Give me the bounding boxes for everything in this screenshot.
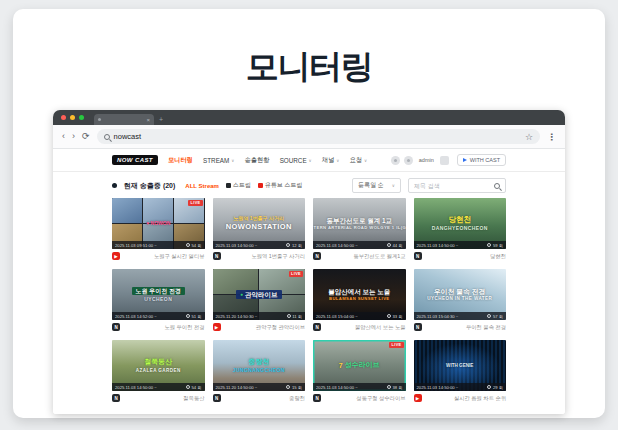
- video-title-caption[interactable]: 철쭉동산: [183, 395, 204, 402]
- nav-item-1[interactable]: 모니터링: [168, 156, 193, 165]
- video-thumbnail[interactable]: 노원 우이천 전경UYCHEON2025.11.03 14:52:00 ~51 …: [112, 269, 205, 320]
- sort-select[interactable]: 등록일 순 ∨: [352, 178, 401, 193]
- stream-badge-icon: [226, 183, 231, 188]
- browser-tab[interactable]: ×: [94, 114, 154, 125]
- notifications-icon[interactable]: [391, 156, 400, 165]
- tab-favicon: [98, 118, 101, 121]
- search-input[interactable]: [414, 183, 494, 189]
- view-count-value: 12 회: [292, 243, 302, 248]
- thumbnail-subtitle: BULAMSAN SUNSET LIVE: [329, 296, 390, 301]
- video-card: WITH GENIE2025.11.03 14:50:00 ~29 회▶실시간 …: [414, 340, 507, 402]
- browser-menu-icon[interactable]: ⋮: [547, 132, 556, 142]
- eye-icon: [186, 385, 190, 389]
- video-title-caption[interactable]: 노원구 실시간 멀티뷰: [154, 253, 205, 260]
- video-thumbnail[interactable]: 7성수라이브LIVE2025.11.03 14:50:00 ~38 회: [313, 340, 406, 391]
- page-title: 모니터링: [13, 45, 605, 90]
- back-button[interactable]: ‹: [62, 132, 65, 141]
- nowcast-badge-icon: N: [213, 394, 221, 402]
- maximize-window-button[interactable]: [79, 115, 84, 120]
- filter-youtube-stream[interactable]: 유튜브 스트림: [258, 181, 303, 190]
- thumbnail-title: 관악라이브: [245, 291, 278, 298]
- video-thumbnail[interactable]: 중랑천JUNGNANGCHEON2025.11.20 14:50:00 ~15 …: [213, 340, 306, 391]
- nowcast-badge-icon: N: [112, 394, 120, 402]
- video-thumbnail[interactable]: 불암산에서 보는 노을BULAMSAN SUNSET LIVE2025.11.0…: [313, 269, 406, 320]
- view-count-value: 11 회: [292, 314, 302, 319]
- nav-item-3[interactable]: 송출현황: [244, 156, 269, 165]
- filter-stream[interactable]: 스트림: [226, 181, 251, 190]
- video-thumbnail[interactable]: 당현천DANGHYEONCHEON2025.11.03 14:50:00 ~59…: [414, 198, 507, 249]
- thumbnail-title: 철쭉동산: [144, 358, 172, 366]
- chevron-down-icon: ∨: [392, 183, 395, 188]
- filter-all-stream[interactable]: ALL Stream: [185, 183, 219, 189]
- nav-item-label: 요청: [350, 156, 363, 165]
- url-bar[interactable]: nowcast ☆: [97, 129, 540, 144]
- youtube-badge-icon: [258, 183, 263, 188]
- bookmark-star-icon[interactable]: ☆: [525, 132, 533, 142]
- close-window-button[interactable]: [61, 115, 66, 120]
- nav-item-label: SOURCE: [280, 157, 307, 164]
- nowcast-badge-icon: N: [313, 323, 321, 331]
- thumbnail-info-bar: 2025.11.20 14:50:00 ~15 회: [213, 383, 306, 391]
- video-thumbnail[interactable]: ●관악라이브LIVE2025.11.20 14:50:30 ~11 회: [213, 269, 306, 320]
- video-title-caption[interactable]: 중랑천: [289, 395, 305, 402]
- nav-item-5[interactable]: 채널∨: [322, 156, 340, 165]
- stream-start-time: 2025.11.03 14:50:00 ~: [417, 385, 459, 390]
- window-controls: [61, 110, 84, 125]
- new-tab-button[interactable]: +: [159, 116, 163, 123]
- nav-item-4[interactable]: SOURCE∨: [280, 156, 312, 165]
- thumbnail-info-bar: 2025.11.03 14:50:00 ~59 회: [414, 241, 507, 249]
- video-caption: N우이천 물속 전경: [414, 323, 507, 331]
- thumbnail-title: 동부간선도로 월계 1교: [326, 217, 392, 224]
- display-mode-icon[interactable]: [440, 156, 449, 165]
- youtube-badge-icon: ▶: [414, 394, 422, 402]
- reload-button[interactable]: ⟳: [82, 132, 90, 141]
- tab-close-icon[interactable]: ×: [146, 117, 150, 123]
- video-card: 철쭉동산AZALEA GARDEN2025.11.03 14:50:00 ~54…: [112, 340, 205, 402]
- video-card: 노원역 1번출구 사거리NOWONSTATION2025.11.03 14:50…: [213, 198, 306, 260]
- eye-icon: [487, 243, 491, 247]
- forward-button[interactable]: ›: [72, 132, 75, 141]
- video-title-caption[interactable]: 성동구청 성수라이브: [356, 395, 405, 402]
- thumbnail-subtitle: NOWONSTATION: [226, 222, 292, 231]
- video-title-caption[interactable]: 우이천 물속 전경: [466, 324, 506, 331]
- stream-start-time: 2025.11.20 14:50:00 ~: [216, 385, 258, 390]
- view-count-value: 54 회: [191, 385, 201, 390]
- video-title-caption[interactable]: 관악구청 관악라이브: [256, 324, 305, 331]
- site-logo[interactable]: NOW CAST: [112, 155, 158, 165]
- thumbnail-info-bar: 2025.11.03 15:04:00 ~33 회: [313, 312, 406, 320]
- thumbnail-title: WITH GENIE: [446, 363, 473, 368]
- stream-start-time: 2025.11.03 14:50:00 ~: [115, 385, 157, 390]
- view-count: 59 회: [487, 243, 503, 248]
- video-thumbnail[interactable]: 철쭉동산AZALEA GARDEN2025.11.03 14:50:00 ~54…: [112, 340, 205, 391]
- view-count-value: 51 회: [191, 314, 201, 319]
- video-title-caption[interactable]: 노원역 1번출구 사거리: [251, 253, 305, 260]
- video-title-caption[interactable]: 동부간선도로 월계1교: [353, 253, 405, 260]
- video-caption: N노원역 1번출구 사거리: [213, 252, 306, 260]
- thumbnail-info-bar: 2025.11.03 14:50:00 ~29 회: [414, 383, 507, 391]
- video-title-caption[interactable]: 노원 우이천 전경: [164, 324, 204, 331]
- video-thumbnail[interactable]: WITH GENIE2025.11.03 14:50:00 ~29 회: [414, 340, 507, 391]
- video-thumbnail[interactable]: 우이천 물속 전경UYCHEON IN THE WATER2025.11.03 …: [414, 269, 507, 320]
- stream-start-time: 2025.11.03 09:51:00 ~: [115, 243, 157, 248]
- video-thumbnail[interactable]: ♥ NOWONLIVE2025.11.03 09:51:00 ~54 회: [112, 198, 205, 249]
- video-title-caption[interactable]: 실시간 음원 차트 순위: [454, 395, 506, 402]
- profile-icon[interactable]: [404, 156, 413, 165]
- site-content: NOW CAST 모니터링STREAM∨송출현황SOURCE∨채널∨요청∨ ad…: [53, 149, 565, 414]
- video-caption: N불암산에서 보는 노을: [313, 323, 406, 331]
- search-box[interactable]: [408, 178, 506, 193]
- minimize-window-button[interactable]: [70, 115, 75, 120]
- with-cast-button[interactable]: WITH CAST: [457, 154, 506, 166]
- video-thumbnail[interactable]: 동부간선도로 월계 1교EASTERN ARTERIAL ROAD WOLGYE…: [313, 198, 406, 249]
- nowcast-badge-icon: N: [213, 252, 221, 260]
- video-title-caption[interactable]: 당현천: [490, 253, 506, 260]
- video-title-caption[interactable]: 불암산에서 보는 노을: [355, 324, 406, 331]
- stream-start-time: 2025.11.20 14:50:30 ~: [216, 314, 258, 319]
- chevron-down-icon: ∨: [309, 158, 312, 163]
- nav-item-2[interactable]: STREAM∨: [203, 156, 234, 165]
- thumbnail-title: 노원역 1번출구 사거리: [233, 216, 284, 222]
- nav-item-6[interactable]: 요청∨: [350, 156, 368, 165]
- video-thumbnail[interactable]: 노원역 1번출구 사거리NOWONSTATION2025.11.03 14:50…: [213, 198, 306, 249]
- stream-start-time: 2025.11.03 14:52:00 ~: [115, 314, 157, 319]
- live-badge: LIVE: [188, 200, 202, 206]
- username-label: admin: [419, 157, 434, 163]
